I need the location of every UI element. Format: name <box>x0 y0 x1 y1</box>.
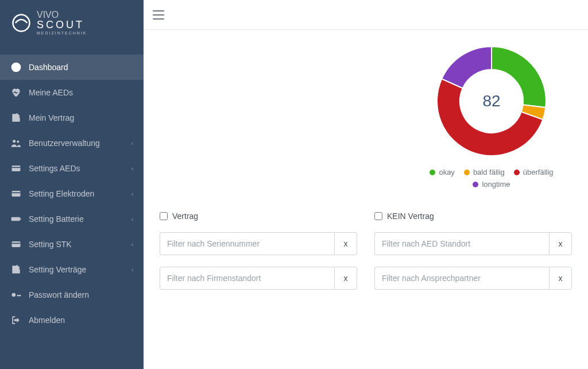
filter-seriennummer-input[interactable] <box>160 232 334 255</box>
legend-item-bald-fällig[interactable]: bald fällig <box>464 168 505 176</box>
chevron-left-icon: ‹ <box>131 267 133 273</box>
chart-zone: 82 okaybald fälligüberfälliglongtime <box>160 44 572 189</box>
sidebar-item-label: Passwort ändern <box>29 290 133 299</box>
filter-aed-standort: x <box>374 232 572 255</box>
content: 82 okaybald fälligüberfälliglongtime Ver… <box>144 30 588 369</box>
document-edit-icon <box>10 264 22 275</box>
legend-item-okay[interactable]: okay <box>430 168 454 176</box>
dashboard-icon <box>10 62 22 73</box>
sidebar-item-setting-verträge[interactable]: Setting Verträge‹ <box>0 257 144 282</box>
donut-center-value: 82 <box>434 44 549 159</box>
sidebar-item-passwort-ändern[interactable]: Passwort ändern <box>0 282 144 308</box>
legend-label: überfällig <box>523 168 554 176</box>
svg-point-11 <box>12 293 16 297</box>
brand-title: VIVO <box>37 10 87 20</box>
users-icon <box>10 137 22 149</box>
sidebar: VIVO SCOUT MEDIZINTECHNIK DashboardMeine… <box>0 0 144 369</box>
sidebar-item-label: Meine AEDs <box>29 88 133 97</box>
checkbox-kein-vertrag[interactable]: KEIN Vertrag <box>374 212 572 221</box>
sidebar-item-benutzerverwaltung[interactable]: Benutzerverwaltung‹ <box>0 130 144 156</box>
logout-icon <box>10 314 22 326</box>
filters: Vertrag KEIN Vertrag x x x <box>160 212 572 290</box>
svg-rect-6 <box>12 193 21 194</box>
sidebar-item-setting-stk[interactable]: Setting STK‹ <box>0 232 144 257</box>
sidebar-item-label: Settings AEDs <box>29 164 131 173</box>
filter-aed-standort-clear[interactable]: x <box>549 232 572 255</box>
chevron-left-icon: ‹ <box>131 140 133 147</box>
sidebar-item-dashboard[interactable]: Dashboard <box>0 55 144 80</box>
sidebar-item-label: Dashboard <box>29 63 133 72</box>
sidebar-item-setting-batterie[interactable]: Setting Batterie‹ <box>0 206 144 232</box>
document-edit-icon <box>10 112 22 124</box>
legend-dot-icon <box>514 170 520 175</box>
sidebar-item-meine-aeds[interactable]: Meine AEDs <box>0 80 144 105</box>
sidebar-item-label: Setting Verträge <box>29 265 131 274</box>
card-icon <box>10 239 22 250</box>
card-icon <box>10 163 22 174</box>
chevron-left-icon: ‹ <box>131 241 133 248</box>
topbar <box>144 0 588 30</box>
legend-dot-icon <box>464 170 470 175</box>
checkbox-vertrag[interactable]: Vertrag <box>160 212 357 221</box>
heart-icon <box>10 87 22 98</box>
legend-label: bald fällig <box>473 168 505 176</box>
logo-icon <box>11 13 31 33</box>
sidebar-item-mein-vertrag[interactable]: Mein Vertrag <box>0 105 144 130</box>
chevron-left-icon: ‹ <box>131 166 133 172</box>
legend-dot-icon <box>430 170 435 175</box>
legend-label: longtime <box>482 180 510 189</box>
filter-seriennummer-clear[interactable]: x <box>334 232 357 255</box>
main-area: 82 okaybald fälligüberfälliglongtime Ver… <box>144 0 588 369</box>
checkbox-kein-vertrag-input[interactable] <box>374 212 382 220</box>
chevron-left-icon: ‹ <box>131 191 133 197</box>
sidebar-item-label: Setting Batterie <box>29 214 131 224</box>
card-icon <box>10 188 22 199</box>
checkbox-kein-vertrag-label: KEIN Vertrag <box>387 212 434 221</box>
svg-rect-3 <box>12 166 21 171</box>
brand-logo: VIVO SCOUT MEDIZINTECHNIK <box>0 0 144 43</box>
brand-subtitle: MEDIZINTECHNIK <box>37 31 87 35</box>
hamburger-icon[interactable] <box>153 10 164 20</box>
svg-rect-5 <box>12 191 21 197</box>
svg-rect-4 <box>12 167 21 168</box>
checkbox-vertrag-input[interactable] <box>160 212 168 220</box>
sidebar-item-label: Abmelden <box>29 316 133 325</box>
filter-firmenstandort: x <box>160 267 357 290</box>
sidebar-item-abmelden[interactable]: Abmelden <box>0 308 144 333</box>
sidebar-nav: DashboardMeine AEDsMein VertragBenutzerv… <box>0 55 144 333</box>
chart-legend: okaybald fälligüberfälliglongtime <box>411 168 572 189</box>
svg-rect-7 <box>11 217 20 221</box>
filter-firmenstandort-input[interactable] <box>160 267 334 290</box>
svg-rect-10 <box>12 243 21 244</box>
legend-label: okay <box>439 168 454 176</box>
checkbox-vertrag-label: Vertrag <box>172 212 198 221</box>
filter-seriennummer: x <box>160 232 357 255</box>
legend-item-überfällig[interactable]: überfällig <box>514 168 554 176</box>
legend-dot-icon <box>473 182 478 187</box>
sidebar-item-label: Setting Elektroden <box>29 189 131 198</box>
svg-rect-8 <box>20 218 21 220</box>
filter-ansprechpartner: x <box>374 267 572 290</box>
svg-point-2 <box>17 140 19 143</box>
key-icon <box>10 289 22 301</box>
filter-firmenstandort-clear[interactable]: x <box>334 267 357 290</box>
sidebar-item-label: Benutzerverwaltung <box>29 139 131 148</box>
battery-icon <box>10 213 22 225</box>
filter-ansprechpartner-input[interactable] <box>374 267 549 290</box>
svg-point-1 <box>13 140 16 143</box>
legend-item-longtime[interactable]: longtime <box>473 180 510 189</box>
filter-aed-standort-input[interactable] <box>374 232 549 255</box>
sidebar-item-label: Mein Vertrag <box>29 113 133 122</box>
donut-chart: 82 okaybald fälligüberfälliglongtime <box>411 44 572 189</box>
svg-rect-9 <box>12 241 21 247</box>
sidebar-item-label: Setting STK <box>29 240 131 249</box>
brand-title2: SCOUT <box>37 20 87 30</box>
chevron-left-icon: ‹ <box>131 216 133 222</box>
filter-ansprechpartner-clear[interactable]: x <box>549 267 572 290</box>
sidebar-item-settings-aeds[interactable]: Settings AEDs‹ <box>0 156 144 181</box>
sidebar-item-setting-elektroden[interactable]: Setting Elektroden‹ <box>0 181 144 206</box>
